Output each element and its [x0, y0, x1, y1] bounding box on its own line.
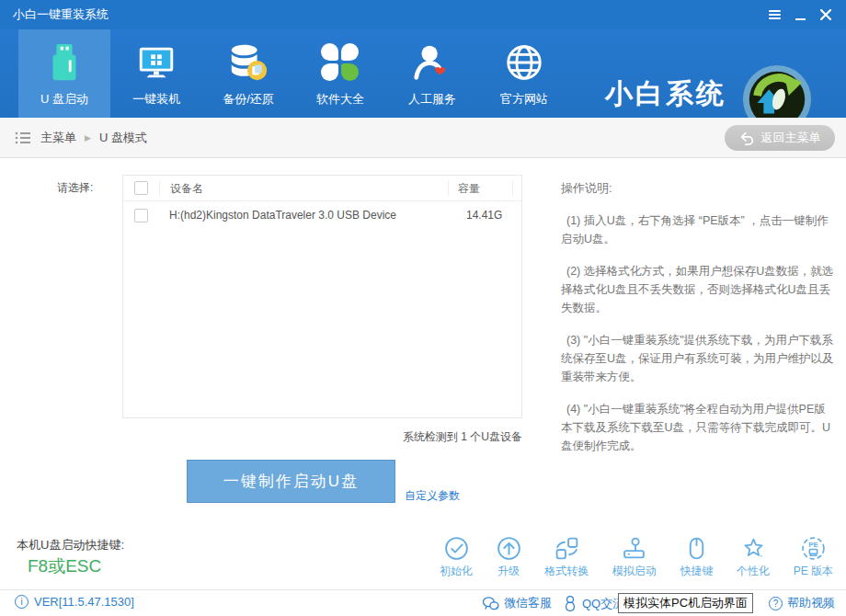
- tool-label: 格式转换: [544, 564, 589, 579]
- nav-item-usb-boot[interactable]: U 盘启动: [18, 29, 110, 118]
- tool-hotkeys[interactable]: 快捷键: [680, 536, 713, 579]
- window-controls: [761, 0, 839, 29]
- simulate-boot-tooltip: 模拟实体PC机启动界面: [618, 593, 753, 613]
- breadcrumb-separator-icon: ▶: [85, 133, 91, 143]
- hotkey-label: 本机U盘启动快捷键:: [17, 537, 124, 553]
- app-title: 小白一键重装系统: [13, 6, 109, 23]
- brand-name: 小白系统: [605, 75, 734, 113]
- detect-status-text: 系统检测到 1 个U盘设备: [122, 429, 522, 445]
- backup-restore-icon: [226, 40, 270, 85]
- instruction-step: (3) "小白一键重装系统"提供系统下载，为用户下载系统保存至U盘，保证用户有系…: [561, 331, 837, 386]
- tool-label: PE 版本: [794, 564, 833, 579]
- nav-item-support[interactable]: 人工服务: [386, 29, 478, 118]
- column-header-capacity: 容量: [448, 181, 512, 196]
- help-video-link[interactable]: ? 帮助视频: [769, 595, 835, 611]
- nav-label: U 盘启动: [40, 91, 88, 108]
- hamburger-menu-icon: [769, 10, 781, 19]
- title-bar: 小白一键重装系统: [0, 0, 846, 29]
- nav-label: 人工服务: [408, 91, 456, 108]
- tool-format-convert[interactable]: 格式转换: [544, 536, 589, 579]
- instructions-panel: 操作说明: (1) 插入U盘，右下角选择 “PE版本” ，点击一键制作启动U盘。…: [561, 180, 837, 469]
- instruction-step: (1) 插入U盘，右下角选择 “PE版本” ，点击一键制作启动U盘。: [561, 211, 837, 248]
- tool-personalize[interactable]: 个性化: [737, 536, 770, 579]
- help-label: 帮助视频: [787, 595, 835, 611]
- nav-label: 软件大全: [316, 91, 364, 108]
- tool-label: 初始化: [440, 564, 473, 579]
- select-label: 请选择:: [57, 180, 93, 196]
- list-icon: [15, 131, 31, 145]
- device-name: H:(hd2)Kingston DataTraveler 3.0 USB Dev…: [159, 209, 457, 222]
- version-info: i VER[11.5.47.1530]: [15, 595, 134, 609]
- instructions-title: 操作说明:: [561, 180, 837, 197]
- wechat-label: 微信客服: [504, 595, 552, 611]
- main-nav: U 盘启动 一键装机: [0, 29, 846, 118]
- back-button-label: 返回主菜单: [761, 130, 821, 146]
- device-capacity: 14.41G: [457, 209, 521, 222]
- wechat-icon: [482, 596, 499, 611]
- device-table: 设备名 容量 H:(hd2)Kingston DataTraveler 3.0 …: [122, 175, 522, 418]
- nav-item-software[interactable]: 软件大全: [294, 29, 386, 118]
- question-icon: ?: [769, 597, 783, 610]
- device-checkbox[interactable]: [134, 209, 148, 222]
- mouse-icon: [684, 536, 709, 561]
- breadcrumb: 主菜单 ▶ U 盘模式 返回主菜单: [0, 118, 846, 158]
- close-button[interactable]: [813, 0, 839, 29]
- customer-service-icon: [410, 40, 454, 85]
- hotkey-value: F8或ESC: [28, 554, 101, 578]
- breadcrumb-root[interactable]: 主菜单: [40, 130, 76, 146]
- info-icon: i: [15, 595, 29, 609]
- table-header: 设备名 容量: [123, 176, 521, 201]
- tool-bar: 初始化 升级 格式转换 模拟启动 快捷键 个性: [440, 536, 833, 579]
- qq-icon: [563, 595, 577, 612]
- minimize-button[interactable]: [787, 0, 813, 29]
- upgrade-icon: [497, 536, 521, 561]
- tool-label: 升级: [497, 564, 520, 579]
- usb-drive-icon: [42, 40, 86, 85]
- make-boot-usb-button[interactable]: 一键制作启动U盘: [187, 460, 395, 503]
- pe-version-icon: PE: [801, 536, 826, 561]
- tool-label: 个性化: [737, 564, 770, 579]
- menu-button[interactable]: [761, 0, 787, 29]
- version-text: VER[11.5.47.1530]: [34, 595, 134, 609]
- monitor-icon: [134, 40, 178, 85]
- globe-icon: [502, 40, 546, 85]
- star-icon: [741, 536, 766, 561]
- nav-item-website[interactable]: 官方网站: [478, 29, 570, 118]
- nav-item-one-key-install[interactable]: 一键装机: [110, 29, 202, 118]
- status-bar: i VER[11.5.47.1530] 微信客服 QQ交流群 模拟实体PC机启动…: [0, 589, 846, 616]
- tool-label: 快捷键: [680, 564, 713, 579]
- select-all-checkbox[interactable]: [134, 181, 148, 195]
- table-row[interactable]: H:(hd2)Kingston DataTraveler 3.0 USB Dev…: [123, 201, 521, 229]
- tool-label: 模拟启动: [612, 564, 657, 579]
- initialize-icon: [444, 536, 469, 561]
- instruction-step: (4) "小白一键重装系统"将全程自动为用户提供PE版本下载及系统下载至U盘，只…: [561, 400, 837, 455]
- nav-label: 一键装机: [132, 91, 180, 108]
- custom-params-link[interactable]: 自定义参数: [405, 488, 460, 504]
- back-arrow-icon: [739, 131, 755, 145]
- format-convert-icon: [554, 536, 579, 561]
- back-to-main-menu-button[interactable]: 返回主菜单: [725, 125, 835, 151]
- tool-simulate-boot[interactable]: 模拟启动: [612, 536, 657, 579]
- minimize-icon: [795, 18, 806, 20]
- tool-pe-version[interactable]: PE PE 版本: [794, 536, 833, 579]
- column-header-device: 设备名: [159, 181, 448, 196]
- nav-label: 备份/还原: [223, 91, 274, 108]
- nav-label: 官方网站: [500, 91, 548, 108]
- tool-initialize[interactable]: 初始化: [440, 536, 473, 579]
- nav-item-backup-restore[interactable]: 备份/还原: [202, 29, 294, 118]
- close-icon: [820, 9, 831, 20]
- svg-text:PE: PE: [808, 541, 817, 549]
- wechat-support-link[interactable]: 微信客服: [482, 595, 552, 611]
- instruction-step: (2) 选择格式化方式，如果用户想保存U盘数据，就选择格式化U盘且不丢失数据，否…: [561, 262, 837, 317]
- tool-upgrade[interactable]: 升级: [497, 536, 521, 579]
- joystick-icon: [622, 536, 646, 561]
- breadcrumb-current: U 盘模式: [99, 130, 147, 146]
- software-clover-icon: [318, 40, 362, 85]
